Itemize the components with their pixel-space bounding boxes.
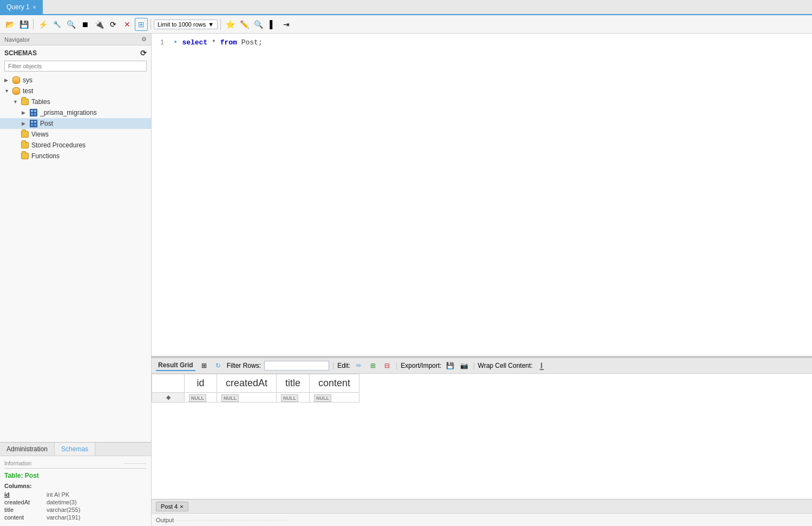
result-grid-icon[interactable]: ⊞: [199, 360, 209, 371]
cell-content[interactable]: NULL: [310, 393, 359, 402]
query-tab[interactable]: Query 1 ×: [0, 0, 43, 15]
sql-keyword-select: select: [182, 38, 207, 47]
result-toolbar: Result Grid ⊞ ↻ Filter Rows: | Edit: ✏ ⊞…: [152, 358, 812, 374]
col-header-content: content: [310, 374, 359, 393]
sql-table-name: Post;: [241, 38, 263, 47]
schema-tree: ▶ sys ▼ test ▼ Tables ▶ _prisma_migratio…: [0, 75, 151, 442]
content-area: 1 • select * from Post; Result Grid ⊞ ↻ …: [152, 34, 812, 526]
line-dot-1: •: [173, 38, 178, 47]
result-grid-tab[interactable]: Result Grid: [156, 360, 195, 371]
sql-star: *: [212, 38, 220, 47]
toggle-button[interactable]: ⊞: [135, 18, 148, 31]
edit-label: Edit:: [337, 362, 350, 369]
line-number-1: 1: [160, 39, 169, 47]
result-panel: Result Grid ⊞ ↻ Filter Rows: | Edit: ✏ ⊞…: [152, 358, 812, 526]
cancel-button[interactable]: ✕: [121, 18, 134, 31]
stop-button[interactable]: ⏹: [78, 18, 91, 31]
refresh-button[interactable]: ⟳: [107, 18, 120, 31]
info-col-id: id int AI PK: [4, 491, 147, 498]
null-badge-id: NULL: [189, 394, 206, 402]
administration-tab[interactable]: Administration: [0, 443, 55, 456]
folder-icon-stored: [21, 141, 29, 150]
tab-bar: Query 1 ×: [0, 0, 812, 15]
edit-add-icon[interactable]: ⊞: [368, 360, 378, 371]
sql-keyword-from: from: [220, 38, 237, 47]
history-button[interactable]: ⇥: [280, 18, 293, 31]
tree-arrow-post: ▶: [22, 121, 29, 126]
execute-selection-button[interactable]: 🔧: [50, 18, 63, 31]
row-marker-header: [152, 374, 185, 393]
output-bar: Output ·································…: [152, 513, 812, 526]
export-label: Export/Import:: [401, 362, 441, 369]
tree-item-functions[interactable]: ▶ Functions: [0, 151, 151, 161]
toolbar-sep-3: [220, 19, 221, 30]
folder-icon-tables: [21, 98, 29, 106]
save-button[interactable]: 💾: [17, 18, 30, 31]
open-file-button[interactable]: 📂: [3, 18, 16, 31]
execute-button[interactable]: ⚡: [36, 18, 49, 31]
table-row[interactable]: ◆ NULL NULL NULL NULL: [152, 393, 359, 402]
wrap-icon[interactable]: I̲: [536, 360, 547, 371]
tree-arrow-test: ▼: [4, 88, 12, 94]
result-sep-2: |: [396, 362, 397, 369]
schemas-header: SCHEMAS ⟳: [0, 46, 151, 61]
tree-label-stored: Stored Procedures: [31, 141, 86, 149]
format-button[interactable]: ▌: [266, 18, 279, 31]
table-icon-prisma: [29, 108, 38, 117]
db-icon-sys: [12, 76, 21, 85]
tree-item-views[interactable]: ▶ Views: [0, 129, 151, 140]
schemas-action-icon[interactable]: ⟳: [140, 49, 147, 57]
filter-input[interactable]: [4, 61, 147, 72]
limit-dropdown-icon: ▼: [208, 21, 214, 28]
tree-arrow-sys: ▶: [4, 77, 12, 83]
result-sep-3: |: [473, 362, 475, 369]
cell-id[interactable]: NULL: [185, 393, 217, 402]
post-tab[interactable]: Post 4 ×: [156, 502, 188, 511]
tree-item-prisma[interactable]: ▶ _prisma_migrations: [0, 107, 151, 118]
tree-label-sys: sys: [23, 76, 32, 84]
info-col-content: content varchar(191): [4, 514, 147, 521]
folder-icon-views: [21, 130, 29, 139]
null-badge-title: NULL: [281, 394, 298, 402]
tree-item-post[interactable]: ▶ Post: [0, 118, 151, 129]
edit-delete-icon[interactable]: ⊟: [382, 360, 392, 371]
cell-createdat[interactable]: NULL: [217, 393, 277, 402]
explain-button[interactable]: 🔍: [64, 18, 77, 31]
snippet-button[interactable]: ✏️: [238, 18, 251, 31]
query-toolbar: 📂 💾 ⚡ 🔧 🔍 ⏹ 🔌 ⟳ ✕ ⊞ Limit to 1000 rows ▼…: [0, 15, 812, 34]
sql-content: select * from Post;: [182, 38, 262, 47]
row-marker: ◆: [152, 393, 185, 402]
filter-rows-input[interactable]: [264, 361, 329, 371]
disconnect-button[interactable]: 🔌: [93, 18, 106, 31]
tree-label-views: Views: [31, 131, 49, 138]
output-label: Output: [156, 517, 174, 523]
navigator-icon[interactable]: ⚙: [141, 36, 147, 43]
limit-select[interactable]: Limit to 1000 rows ▼: [154, 20, 218, 29]
sidebar-bottom-tabs: Administration Schemas: [0, 442, 151, 456]
sql-editor[interactable]: 1 • select * from Post;: [152, 34, 812, 356]
post-tab-close[interactable]: ×: [180, 503, 183, 510]
editor-line-1: 1 • select * from Post;: [160, 38, 803, 47]
tree-item-test[interactable]: ▼ test: [0, 86, 151, 96]
edit-icon[interactable]: ✏: [353, 360, 364, 371]
result-table: id createdAt title content ◆ NULL NULL N…: [152, 374, 359, 402]
cell-title[interactable]: NULL: [277, 393, 310, 402]
info-col-title: title varchar(255): [4, 506, 147, 513]
tree-item-stored-procedures[interactable]: ▶ Stored Procedures: [0, 140, 151, 151]
table-icon-post: [29, 119, 38, 128]
tree-arrow-prisma: ▶: [22, 110, 29, 115]
query-tab-close[interactable]: ×: [33, 4, 36, 10]
col-header-id: id: [185, 374, 217, 393]
bookmark-button[interactable]: ⭐: [224, 18, 237, 31]
result-refresh-icon[interactable]: ↻: [213, 360, 224, 371]
import-icon[interactable]: 📷: [459, 360, 470, 371]
tree-label-test: test: [23, 87, 33, 95]
tree-item-sys[interactable]: ▶ sys: [0, 75, 151, 86]
schemas-tab[interactable]: Schemas: [55, 443, 95, 456]
null-badge-createdat: NULL: [221, 394, 239, 402]
tree-item-tables[interactable]: ▼ Tables: [0, 96, 151, 107]
tree-label-functions: Functions: [31, 152, 60, 160]
find-button[interactable]: 🔍: [252, 18, 265, 31]
export-icon[interactable]: 💾: [445, 360, 456, 371]
toolbar-sep-2: [150, 19, 151, 30]
